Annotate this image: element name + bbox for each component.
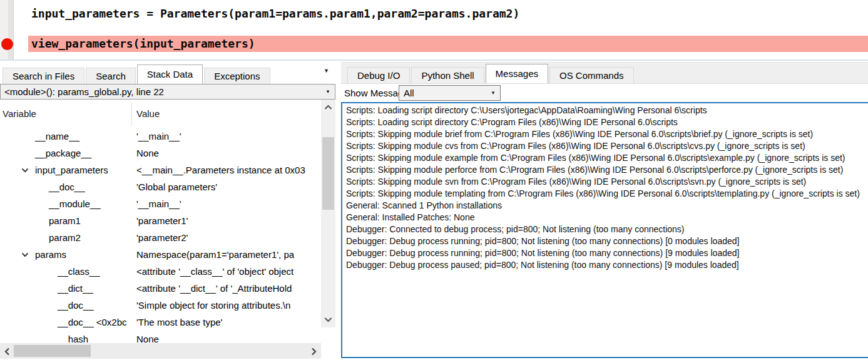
- variable-value: '__main__': [136, 131, 320, 141]
- variable-name: input_parameters: [0, 165, 136, 175]
- variables-table-header: Variable Value: [0, 100, 320, 127]
- tab-exceptions[interactable]: Exceptions: [204, 68, 270, 84]
- table-row[interactable]: params Namespace(param1='parameter1', pa: [0, 246, 320, 263]
- expander-chevron-down-icon[interactable]: [21, 168, 35, 173]
- log-message: Scripts: Skipping module brief from C:\P…: [346, 128, 868, 140]
- column-divider: [131, 102, 132, 126]
- tab-python-shell[interactable]: Python Shell: [411, 67, 484, 83]
- code-line-1[interactable]: input_parameters = Parameters(param1=par…: [31, 7, 519, 20]
- scroll-down-icon[interactable]: [324, 317, 332, 322]
- column-header-variable: Variable: [3, 108, 36, 119]
- messages-list: Scripts: Loading script directory C:\Use…: [346, 105, 868, 271]
- variable-name: __hash__: [0, 334, 136, 343]
- expander-chevron-down-icon[interactable]: [21, 252, 35, 257]
- variable-value: <attribute '__dict__' of '_AttributeHold: [136, 283, 320, 294]
- code-line-2[interactable]: view_parameters(input_parameters): [31, 36, 255, 52]
- variable-value: None: [136, 334, 320, 343]
- log-message: Debugger: Debug process running; pid=800…: [346, 235, 868, 247]
- variables-table[interactable]: __name__ '__main__' __package__ None inp…: [0, 128, 320, 343]
- variable-name: __doc__: [0, 182, 136, 192]
- log-message: Scripts: Loading script directory C:\Pro…: [346, 116, 868, 128]
- log-message: Scripts: Skipping module svn from C:\Pro…: [346, 176, 868, 188]
- variable-value: '__main__': [136, 198, 320, 209]
- log-message: Scripts: Skipping module templating from…: [346, 188, 868, 200]
- horizontal-scrollbar-thumb[interactable]: [14, 345, 91, 357]
- log-message: General: Scanned 1 Python installations: [346, 200, 868, 212]
- tab-stack-data[interactable]: Stack Data: [137, 64, 203, 84]
- breakpoint-gutter[interactable]: [0, 0, 8, 59]
- variable-name: __doc__: [0, 300, 136, 311]
- tab-search-in-files[interactable]: Search in Files: [3, 68, 84, 84]
- variable-value: 'Simple object for storing attributes.\n: [136, 300, 320, 311]
- variable-value: 'Global parameters': [136, 182, 320, 192]
- variable-value: Namespace(param1='parameter1', pa: [136, 249, 320, 260]
- panel-options-caret-icon[interactable]: ▼: [324, 68, 329, 74]
- variable-value: <__main__.Parameters instance at 0x03: [136, 165, 320, 175]
- stack-frame-selector[interactable]: <module>(): params_global.py, line 22 ▼: [0, 84, 335, 100]
- log-message: Debugger: Debug process running; pid=800…: [346, 247, 868, 259]
- log-message: Scripts: Skipping module cvs from C:\Pro…: [346, 140, 868, 152]
- variable-value: <attribute '__class__' of 'object' objec…: [136, 266, 320, 277]
- tab-search[interactable]: Search: [86, 68, 136, 84]
- vertical-scrollbar[interactable]: [321, 100, 335, 327]
- stack-frame-label: <module>(): params_global.py, line 22: [4, 86, 164, 97]
- table-row[interactable]: param1 'parameter1': [0, 212, 320, 229]
- log-message: Scripts: Loading script directory C:\Use…: [346, 105, 868, 116]
- table-row[interactable]: __doc__ <0x2bc 'The most base type': [0, 314, 320, 331]
- dropdown-caret-icon: ▼: [325, 90, 330, 95]
- table-row[interactable]: __hash__ None: [0, 331, 320, 343]
- variable-name: __module__: [0, 198, 136, 209]
- variable-name: params: [0, 249, 136, 260]
- variable-name: __name__: [0, 131, 136, 141]
- breakpoint-icon[interactable]: [1, 38, 13, 50]
- table-row[interactable]: __doc__ 'Simple object for storing attri…: [0, 297, 320, 314]
- left-tabstrip: Search in Files Search Stack Data Except…: [0, 62, 335, 84]
- variable-name: __package__: [0, 148, 136, 158]
- message-filter-row: Show Messages: All ▼: [341, 85, 868, 101]
- message-filter-value: All: [404, 88, 414, 98]
- log-message: Scripts: Skipping module example from C:…: [346, 152, 868, 164]
- variable-value: 'The most base type': [136, 317, 320, 327]
- table-row[interactable]: __class__ <attribute '__class__' of 'obj…: [0, 263, 320, 280]
- table-row[interactable]: __module__ '__main__': [0, 195, 320, 212]
- variable-name: __class__: [0, 266, 136, 277]
- messages-panel: Debug I/O Python Shell Messages OS Comma…: [341, 62, 868, 360]
- code-editor[interactable]: input_parameters = Parameters(param1=par…: [0, 0, 868, 61]
- stack-data-panel: Search in Files Search Stack Data Except…: [0, 62, 335, 360]
- table-row[interactable]: __package__ None: [0, 145, 320, 162]
- current-debug-line-highlight[interactable]: view_parameters(input_parameters): [28, 36, 868, 52]
- vertical-scrollbar-thumb[interactable]: [322, 137, 334, 210]
- column-header-value: Value: [136, 108, 160, 119]
- variable-value: None: [136, 148, 320, 158]
- log-message: General: Installed Patches: None: [346, 212, 868, 224]
- tab-messages[interactable]: Messages: [486, 64, 548, 83]
- table-row[interactable]: input_parameters <__main__.Parameters in…: [0, 162, 320, 178]
- variable-name: __doc__ <0x2bc: [0, 317, 136, 327]
- table-row[interactable]: __doc__ 'Global parameters': [0, 178, 320, 195]
- right-tabstrip: Debug I/O Python Shell Messages OS Comma…: [341, 62, 868, 84]
- log-message: Scripts: Skipping module perforce from C…: [346, 164, 868, 176]
- variable-value: 'parameter1': [136, 215, 320, 226]
- variable-value: 'parameter2': [136, 232, 320, 243]
- variable-name: param1: [0, 215, 136, 226]
- table-row[interactable]: __name__ '__main__': [0, 128, 320, 145]
- variable-name: param2: [0, 232, 136, 243]
- log-message: Debugger: Connected to debug process; pi…: [346, 224, 868, 235]
- variable-name: __dict__: [0, 283, 136, 294]
- scroll-right-icon[interactable]: [311, 347, 317, 356]
- message-filter-dropdown[interactable]: All ▼: [399, 85, 501, 101]
- fold-gutter: [8, 0, 14, 59]
- table-row[interactable]: __dict__ <attribute '__dict__' of '_Attr…: [0, 280, 320, 297]
- dropdown-caret-icon: ▼: [491, 91, 496, 96]
- log-message: Debugger: Debug process paused; pid=800;…: [346, 259, 868, 271]
- messages-log[interactable]: Scripts: Loading script directory C:\Use…: [341, 102, 868, 358]
- horizontal-scrollbar[interactable]: [0, 343, 321, 359]
- table-row[interactable]: param2 'parameter2': [0, 229, 320, 246]
- tab-os-commands[interactable]: OS Commands: [549, 67, 634, 83]
- scroll-up-icon[interactable]: [324, 105, 332, 110]
- scroll-left-icon[interactable]: [4, 347, 10, 356]
- tab-debug-io[interactable]: Debug I/O: [347, 67, 410, 83]
